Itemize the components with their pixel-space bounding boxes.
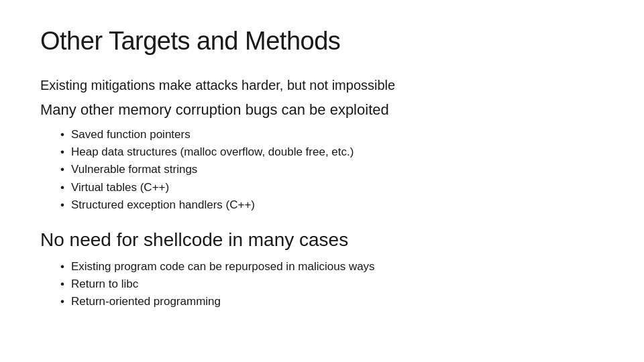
bullet-item-4: Virtual tables (C++) xyxy=(60,179,604,196)
bullet-item-5: Structured exception handlers (C++) xyxy=(60,196,604,214)
bullet-item-1: Saved function pointers xyxy=(60,126,604,143)
sub-bullet-list: Existing program code can be repurposed … xyxy=(60,258,604,311)
slide: Other Targets and Methods Existing mitig… xyxy=(0,0,644,362)
bullet-item-3: Vulnerable format strings xyxy=(60,161,604,178)
sub-bullet-item-1: Existing program code can be repurposed … xyxy=(60,258,604,276)
intro-line-2: Many other memory corruption bugs can be… xyxy=(40,100,604,121)
no-need-heading: No need for shellcode in many cases xyxy=(40,227,604,253)
bullet-item-2: Heap data structures (malloc overflow, d… xyxy=(60,143,604,161)
sub-bullet-item-2: Return to libc xyxy=(60,276,604,293)
intro-line-1: Existing mitigations make attacks harder… xyxy=(40,76,604,95)
main-bullet-list: Saved function pointers Heap data struct… xyxy=(60,126,604,215)
sub-bullet-item-3: Return-oriented programming xyxy=(60,293,604,310)
slide-title: Other Targets and Methods xyxy=(40,27,604,56)
